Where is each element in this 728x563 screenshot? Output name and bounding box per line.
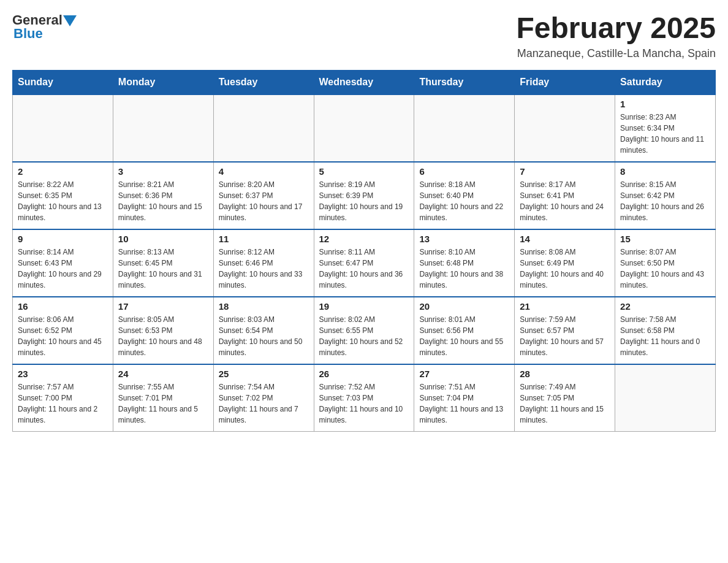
day-cell: 13Sunrise: 8:10 AMSunset: 6:48 PMDayligh… — [414, 229, 515, 297]
logo: General Blue — [12, 12, 78, 42]
day-info: Sunrise: 7:58 AMSunset: 6:58 PMDaylight:… — [620, 314, 710, 358]
svg-marker-0 — [63, 15, 77, 26]
header-monday: Monday — [113, 70, 213, 94]
calendar-table: SundayMondayTuesdayWednesdayThursdayFrid… — [12, 70, 716, 432]
day-number: 6 — [419, 166, 509, 177]
day-info: Sunrise: 8:17 AMSunset: 6:41 PMDaylight:… — [520, 179, 610, 223]
week-row-5: 23Sunrise: 7:57 AMSunset: 7:00 PMDayligh… — [13, 364, 716, 432]
day-info: Sunrise: 8:01 AMSunset: 6:56 PMDaylight:… — [419, 314, 509, 358]
day-number: 27 — [419, 369, 509, 379]
day-cell: 9Sunrise: 8:14 AMSunset: 6:43 PMDaylight… — [13, 229, 113, 297]
day-info: Sunrise: 8:02 AMSunset: 6:55 PMDaylight:… — [319, 314, 409, 358]
day-cell: 3Sunrise: 8:21 AMSunset: 6:36 PMDaylight… — [113, 162, 213, 229]
day-number: 3 — [118, 166, 208, 177]
day-cell: 24Sunrise: 7:55 AMSunset: 7:01 PMDayligh… — [113, 364, 213, 432]
title-block: February 2025 Manzaneque, Castille-La Ma… — [516, 12, 716, 60]
day-info: Sunrise: 8:20 AMSunset: 6:37 PMDaylight:… — [219, 179, 309, 223]
day-cell: 10Sunrise: 8:13 AMSunset: 6:45 PMDayligh… — [113, 229, 213, 297]
day-info: Sunrise: 8:07 AMSunset: 6:50 PMDaylight:… — [620, 247, 710, 291]
day-info: Sunrise: 7:51 AMSunset: 7:04 PMDaylight:… — [419, 381, 509, 426]
day-cell: 20Sunrise: 8:01 AMSunset: 6:56 PMDayligh… — [414, 297, 515, 364]
day-cell: 26Sunrise: 7:52 AMSunset: 7:03 PMDayligh… — [314, 364, 414, 432]
day-info: Sunrise: 7:49 AMSunset: 7:05 PMDaylight:… — [520, 381, 610, 426]
day-info: Sunrise: 8:15 AMSunset: 6:42 PMDaylight:… — [620, 179, 710, 223]
header-sunday: Sunday — [13, 70, 113, 94]
day-number: 17 — [118, 301, 208, 312]
header-thursday: Thursday — [414, 70, 515, 94]
day-cell — [414, 94, 515, 162]
header-wednesday: Wednesday — [314, 70, 414, 94]
day-info: Sunrise: 8:10 AMSunset: 6:48 PMDaylight:… — [419, 247, 509, 291]
day-cell: 18Sunrise: 8:03 AMSunset: 6:54 PMDayligh… — [213, 297, 314, 364]
day-number: 12 — [319, 234, 409, 244]
day-cell: 25Sunrise: 7:54 AMSunset: 7:02 PMDayligh… — [213, 364, 314, 432]
calendar-title: February 2025 — [516, 12, 716, 45]
day-info: Sunrise: 8:21 AMSunset: 6:36 PMDaylight:… — [118, 179, 208, 223]
day-number: 24 — [118, 369, 208, 379]
day-number: 19 — [319, 301, 409, 312]
day-number: 11 — [219, 234, 309, 244]
day-cell: 15Sunrise: 8:07 AMSunset: 6:50 PMDayligh… — [615, 229, 716, 297]
day-number: 13 — [419, 234, 509, 244]
logo-icon — [63, 12, 78, 28]
day-cell: 17Sunrise: 8:05 AMSunset: 6:53 PMDayligh… — [113, 297, 213, 364]
day-info: Sunrise: 8:12 AMSunset: 6:46 PMDaylight:… — [219, 247, 309, 291]
day-cell: 5Sunrise: 8:19 AMSunset: 6:39 PMDaylight… — [314, 162, 414, 229]
day-number: 15 — [620, 234, 710, 244]
day-number: 25 — [219, 369, 309, 379]
day-info: Sunrise: 8:05 AMSunset: 6:53 PMDaylight:… — [118, 314, 208, 358]
logo-blue-text: Blue — [13, 26, 43, 41]
day-cell — [213, 94, 314, 162]
page-header: General Blue February 2025 Manzaneque, C… — [12, 12, 716, 60]
day-number: 2 — [18, 166, 108, 177]
day-number: 23 — [18, 369, 108, 379]
week-row-4: 16Sunrise: 8:06 AMSunset: 6:52 PMDayligh… — [13, 297, 716, 364]
day-cell: 2Sunrise: 8:22 AMSunset: 6:35 PMDaylight… — [13, 162, 113, 229]
day-number: 1 — [620, 99, 710, 109]
day-number: 21 — [520, 301, 610, 312]
day-info: Sunrise: 8:11 AMSunset: 6:47 PMDaylight:… — [319, 247, 409, 291]
day-cell: 22Sunrise: 7:58 AMSunset: 6:58 PMDayligh… — [615, 297, 716, 364]
day-cell: 21Sunrise: 7:59 AMSunset: 6:57 PMDayligh… — [515, 297, 615, 364]
day-info: Sunrise: 8:03 AMSunset: 6:54 PMDaylight:… — [219, 314, 309, 358]
day-number: 22 — [620, 301, 710, 312]
header-friday: Friday — [515, 70, 615, 94]
day-number: 4 — [219, 166, 309, 177]
day-info: Sunrise: 7:57 AMSunset: 7:00 PMDaylight:… — [18, 381, 108, 426]
day-info: Sunrise: 8:22 AMSunset: 6:35 PMDaylight:… — [18, 179, 108, 223]
day-cell: 4Sunrise: 8:20 AMSunset: 6:37 PMDaylight… — [213, 162, 314, 229]
day-number: 7 — [520, 166, 610, 177]
day-info: Sunrise: 8:14 AMSunset: 6:43 PMDaylight:… — [18, 247, 108, 291]
day-cell — [615, 364, 716, 432]
day-info: Sunrise: 7:59 AMSunset: 6:57 PMDaylight:… — [520, 314, 610, 358]
day-number: 20 — [419, 301, 509, 312]
day-cell: 27Sunrise: 7:51 AMSunset: 7:04 PMDayligh… — [414, 364, 515, 432]
day-cell: 12Sunrise: 8:11 AMSunset: 6:47 PMDayligh… — [314, 229, 414, 297]
day-info: Sunrise: 7:54 AMSunset: 7:02 PMDaylight:… — [219, 381, 309, 426]
day-info: Sunrise: 8:23 AMSunset: 6:34 PMDaylight:… — [620, 112, 710, 156]
calendar-subtitle: Manzaneque, Castille-La Mancha, Spain — [516, 47, 716, 60]
week-row-2: 2Sunrise: 8:22 AMSunset: 6:35 PMDaylight… — [13, 162, 716, 229]
day-number: 9 — [18, 234, 108, 244]
day-info: Sunrise: 8:08 AMSunset: 6:49 PMDaylight:… — [520, 247, 610, 291]
week-row-1: 1Sunrise: 8:23 AMSunset: 6:34 PMDaylight… — [13, 94, 716, 162]
day-cell: 11Sunrise: 8:12 AMSunset: 6:46 PMDayligh… — [213, 229, 314, 297]
day-number: 16 — [18, 301, 108, 312]
day-info: Sunrise: 8:13 AMSunset: 6:45 PMDaylight:… — [118, 247, 208, 291]
day-cell: 1Sunrise: 8:23 AMSunset: 6:34 PMDaylight… — [615, 94, 716, 162]
day-cell: 19Sunrise: 8:02 AMSunset: 6:55 PMDayligh… — [314, 297, 414, 364]
day-cell: 6Sunrise: 8:18 AMSunset: 6:40 PMDaylight… — [414, 162, 515, 229]
day-info: Sunrise: 7:52 AMSunset: 7:03 PMDaylight:… — [319, 381, 409, 426]
day-cell — [13, 94, 113, 162]
day-cell: 23Sunrise: 7:57 AMSunset: 7:00 PMDayligh… — [13, 364, 113, 432]
day-number: 14 — [520, 234, 610, 244]
day-cell — [515, 94, 615, 162]
day-cell: 8Sunrise: 8:15 AMSunset: 6:42 PMDaylight… — [615, 162, 716, 229]
day-number: 28 — [520, 369, 610, 379]
day-info: Sunrise: 7:55 AMSunset: 7:01 PMDaylight:… — [118, 381, 208, 426]
day-number: 18 — [219, 301, 309, 312]
day-cell: 7Sunrise: 8:17 AMSunset: 6:41 PMDaylight… — [515, 162, 615, 229]
calendar-header-row: SundayMondayTuesdayWednesdayThursdayFrid… — [13, 70, 716, 94]
day-cell: 14Sunrise: 8:08 AMSunset: 6:49 PMDayligh… — [515, 229, 615, 297]
day-number: 5 — [319, 166, 409, 177]
